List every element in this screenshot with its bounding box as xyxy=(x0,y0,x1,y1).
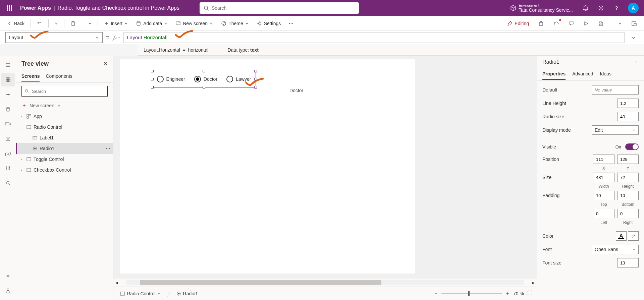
global-search-input[interactable] xyxy=(212,5,355,11)
prop-lineheight-input[interactable] xyxy=(617,99,639,108)
environment-icon xyxy=(510,5,517,11)
save-button[interactable] xyxy=(595,19,607,28)
publish-button[interactable] xyxy=(628,19,640,28)
new-screen-button[interactable]: New screen xyxy=(172,19,216,28)
tab-screens[interactable]: Screens xyxy=(21,71,40,82)
fx-icon[interactable]: 𝑓𝑥 xyxy=(113,35,120,41)
property-selector[interactable]: Layout xyxy=(5,32,103,43)
paste-button[interactable] xyxy=(67,19,79,28)
rail-tree-view[interactable] xyxy=(1,73,15,86)
tree-item-radio-control[interactable]: ⌄ Radio Control xyxy=(16,122,113,132)
screen-canvas[interactable]: Engineer Doctor Lawyer Doctor xyxy=(120,59,415,274)
tree-item-radio1[interactable]: Radio1 ⋯ xyxy=(16,143,113,154)
notifications-icon[interactable] xyxy=(579,0,592,16)
radio-option-lawyer[interactable]: Lawyer xyxy=(226,76,251,82)
prop-position-y[interactable] xyxy=(617,155,639,164)
insert-button[interactable]: Insert xyxy=(101,19,131,28)
close-tree-button[interactable]: ✕ xyxy=(103,61,108,67)
rail-tools[interactable] xyxy=(1,162,15,175)
waffle-icon[interactable] xyxy=(3,0,16,16)
prop-color-eyedropper[interactable] xyxy=(628,231,639,241)
formula-input[interactable]: Layout.Horizontal xyxy=(123,32,625,43)
tree-item-app[interactable]: › App xyxy=(16,111,113,122)
rail-hamburger[interactable] xyxy=(1,58,15,72)
tree-item-label1[interactable]: Label1 xyxy=(16,132,113,143)
rail-ask[interactable] xyxy=(1,284,15,297)
undo-button[interactable] xyxy=(34,19,46,28)
preview-button[interactable] xyxy=(580,19,592,28)
tab-components[interactable]: Components xyxy=(46,71,72,82)
breadcrumb-control[interactable]: Radio1 xyxy=(174,290,201,298)
rail-insert[interactable] xyxy=(1,88,15,101)
visible-on-label: On xyxy=(615,144,621,149)
help-icon[interactable]: ? xyxy=(610,0,623,16)
rail-media[interactable] xyxy=(1,117,15,131)
comments-button[interactable] xyxy=(565,19,577,28)
share-button[interactable] xyxy=(535,19,547,28)
rail-power-automate[interactable] xyxy=(1,132,15,145)
tree-search-input[interactable] xyxy=(32,89,105,94)
prop-displaymode-select[interactable]: Edit xyxy=(592,125,639,135)
prop-padding-right[interactable] xyxy=(617,209,639,218)
add-data-button[interactable]: Add data xyxy=(132,19,171,28)
zoom-out-button[interactable]: － xyxy=(433,291,438,297)
prop-fontsize-input[interactable] xyxy=(617,258,639,267)
user-avatar[interactable]: A xyxy=(628,3,639,13)
global-search[interactable] xyxy=(200,2,359,14)
settings-gear-icon[interactable] xyxy=(594,0,608,16)
settings-button[interactable]: Settings xyxy=(253,19,284,28)
title-separator: | xyxy=(54,5,55,11)
tree-item-toggle-control[interactable]: › Toggle Control xyxy=(16,154,113,165)
rail-data[interactable] xyxy=(1,103,15,116)
radio-option-engineer[interactable]: Engineer xyxy=(157,76,185,82)
rail-variables[interactable]: (𝑥) xyxy=(1,147,15,160)
overflow-button[interactable]: ⋯ xyxy=(285,19,297,28)
tree-search[interactable] xyxy=(21,86,108,97)
more-icon[interactable]: ⋯ xyxy=(106,146,110,151)
breadcrumb-screen[interactable]: Radio Control xyxy=(117,290,163,298)
svg-point-26 xyxy=(25,89,28,92)
fit-to-window-button[interactable] xyxy=(527,290,533,297)
save-chevron[interactable] xyxy=(615,20,625,27)
svg-rect-17 xyxy=(8,78,10,79)
radio-control-selected[interactable]: Engineer Doctor Lawyer xyxy=(152,71,256,87)
environment-selector[interactable]: Environment Tata Consultancy Servic... xyxy=(510,3,573,13)
svg-rect-29 xyxy=(29,114,31,116)
rail-settings[interactable] xyxy=(1,269,15,283)
radio-icon xyxy=(32,146,38,151)
prop-radiosize-input[interactable] xyxy=(617,112,639,121)
prop-padding-left[interactable] xyxy=(593,209,614,218)
prop-position-x[interactable] xyxy=(593,155,614,164)
undo-chevron[interactable] xyxy=(51,20,61,27)
prop-padding-bottom[interactable] xyxy=(617,191,639,200)
zoom-in-button[interactable]: ＋ xyxy=(505,291,510,297)
prop-size-width[interactable] xyxy=(593,173,614,182)
prop-color-button[interactable]: A xyxy=(616,231,627,241)
tab-ideas[interactable]: Ideas xyxy=(600,68,611,80)
prop-visible-toggle[interactable] xyxy=(625,143,639,150)
app-checker-button[interactable] xyxy=(550,18,562,28)
svg-point-6 xyxy=(137,21,140,23)
tab-advanced[interactable]: Advanced xyxy=(572,68,593,80)
prop-default-input[interactable] xyxy=(592,85,639,95)
tab-properties[interactable]: Properties xyxy=(542,68,566,80)
equals-icon: = xyxy=(106,34,110,41)
new-screen-button[interactable]: ＋ New screen xyxy=(16,100,113,111)
prop-size-height[interactable] xyxy=(617,173,639,182)
tree-item-checkbox-control[interactable]: › Checkbox Control xyxy=(16,165,113,175)
prop-font-select[interactable]: Open Sans xyxy=(592,245,639,254)
rail-search[interactable] xyxy=(1,176,15,190)
editing-mode-button[interactable]: Editing xyxy=(504,19,532,28)
prop-padding-top[interactable] xyxy=(593,191,614,200)
svg-point-2 xyxy=(600,7,602,9)
theme-button[interactable]: Theme xyxy=(218,19,252,28)
expand-formula-button[interactable] xyxy=(628,35,639,40)
canvas-area[interactable]: Engineer Doctor Lawyer Doctor xyxy=(113,56,537,279)
back-button[interactable]: Back xyxy=(4,19,28,28)
svg-point-9 xyxy=(223,22,223,23)
zoom-slider[interactable] xyxy=(441,293,502,294)
paste-chevron[interactable] xyxy=(85,20,95,27)
radio-option-doctor[interactable]: Doctor xyxy=(194,76,217,82)
horizontal-scrollbar[interactable]: ◂ ▸ xyxy=(113,279,537,287)
expand-panel-button[interactable] xyxy=(635,59,639,65)
